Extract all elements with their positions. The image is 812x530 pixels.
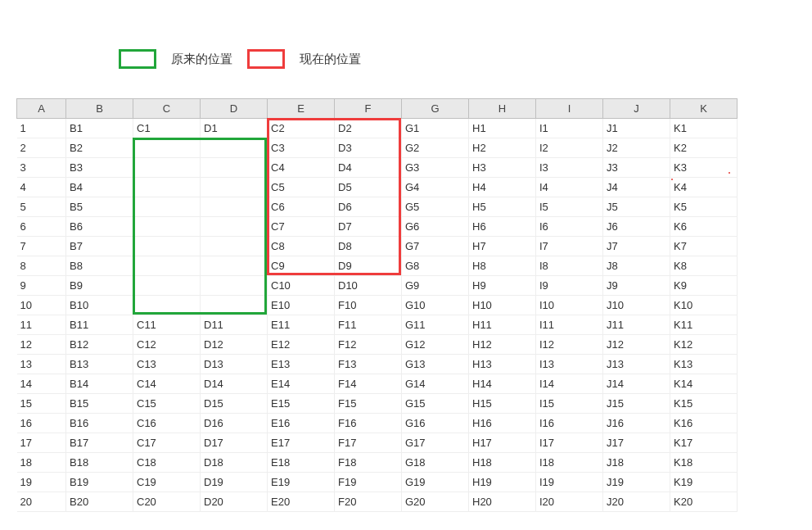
cell[interactable]: D19	[201, 473, 268, 492]
cell[interactable]: K15	[670, 394, 738, 414]
cell[interactable]: H20	[469, 492, 536, 512]
cell[interactable]: J11	[603, 315, 670, 335]
cell[interactable]: K11	[670, 315, 738, 335]
cell[interactable]: K19	[670, 473, 738, 492]
cell[interactable]: D10	[335, 276, 402, 296]
cell[interactable]: C4	[268, 158, 335, 178]
cell[interactable]: B19	[66, 473, 133, 492]
cell[interactable]: I17	[536, 433, 603, 453]
cell[interactable]: E18	[268, 453, 335, 473]
cell[interactable]: K20	[670, 492, 738, 512]
column-header-I[interactable]: I	[536, 99, 603, 119]
column-header-B[interactable]: B	[66, 99, 133, 119]
cell[interactable]: H14	[469, 374, 536, 394]
cell[interactable]: C8	[268, 237, 335, 256]
cell[interactable]: C13	[133, 355, 201, 374]
cell[interactable]: 7	[17, 237, 66, 256]
column-header-C[interactable]: C	[133, 99, 201, 119]
cell[interactable]: D9	[335, 256, 402, 276]
cell[interactable]: C5	[268, 178, 335, 197]
cell[interactable]: B7	[66, 237, 133, 256]
cell[interactable]: F14	[335, 374, 402, 394]
cell[interactable]: 15	[17, 394, 66, 414]
cell[interactable]: E13	[268, 355, 335, 374]
cell[interactable]: D8	[335, 237, 402, 256]
cell[interactable]: I10	[536, 296, 603, 315]
cell[interactable]: J20	[603, 492, 670, 512]
cell[interactable]: K3	[670, 158, 738, 178]
cell[interactable]: D3	[335, 138, 402, 158]
cell[interactable]: C20	[133, 492, 201, 512]
cell[interactable]: B5	[66, 197, 133, 217]
column-header-F[interactable]: F	[335, 99, 402, 119]
cell[interactable]: B3	[66, 158, 133, 178]
cell[interactable]: H8	[469, 256, 536, 276]
cell[interactable]: 20	[17, 492, 66, 512]
cell[interactable]: 13	[17, 355, 66, 374]
cell[interactable]: K1	[670, 119, 738, 138]
cell[interactable]: D12	[201, 335, 268, 355]
cell[interactable]: 16	[17, 414, 66, 433]
cell[interactable]: F16	[335, 414, 402, 433]
cell[interactable]: C14	[133, 374, 201, 394]
cell[interactable]: I9	[536, 276, 603, 296]
cell[interactable]: C10	[268, 276, 335, 296]
cell[interactable]: H4	[469, 178, 536, 197]
cell[interactable]: F15	[335, 394, 402, 414]
cell[interactable]: G19	[402, 473, 469, 492]
cell[interactable]: H19	[469, 473, 536, 492]
cell[interactable]	[133, 178, 201, 197]
cell[interactable]	[201, 217, 268, 237]
cell[interactable]: K16	[670, 414, 738, 433]
cell[interactable]: I19	[536, 473, 603, 492]
cell[interactable]: E19	[268, 473, 335, 492]
cell[interactable]: B13	[66, 355, 133, 374]
cell[interactable]: F13	[335, 355, 402, 374]
cell[interactable]	[133, 158, 201, 178]
cell[interactable]: I13	[536, 355, 603, 374]
cell[interactable]: C16	[133, 414, 201, 433]
cell[interactable]: D1	[201, 119, 268, 138]
column-header-A[interactable]: A	[17, 99, 66, 119]
cell[interactable]: D7	[335, 217, 402, 237]
cell[interactable]: J12	[603, 335, 670, 355]
column-header-H[interactable]: H	[469, 99, 536, 119]
cell[interactable]: K7	[670, 237, 738, 256]
cell[interactable]: D6	[335, 197, 402, 217]
cell[interactable]: 8	[17, 256, 66, 276]
cell[interactable]: H11	[469, 315, 536, 335]
cell[interactable]: I14	[536, 374, 603, 394]
cell[interactable]: C19	[133, 473, 201, 492]
cell[interactable]: B15	[66, 394, 133, 414]
cell[interactable]: E16	[268, 414, 335, 433]
cell[interactable]: J17	[603, 433, 670, 453]
cell[interactable]: J8	[603, 256, 670, 276]
cell[interactable]: C6	[268, 197, 335, 217]
cell[interactable]: H15	[469, 394, 536, 414]
cell[interactable]: J4	[603, 178, 670, 197]
cell[interactable]: D5	[335, 178, 402, 197]
cell[interactable]: H10	[469, 296, 536, 315]
column-header-K[interactable]: K	[670, 99, 738, 119]
cell[interactable]: I20	[536, 492, 603, 512]
cell[interactable]	[133, 197, 201, 217]
cell[interactable]: I15	[536, 394, 603, 414]
cell[interactable]: H5	[469, 197, 536, 217]
cell[interactable]: 2	[17, 138, 66, 158]
cell[interactable]: E20	[268, 492, 335, 512]
cell[interactable]: G6	[402, 217, 469, 237]
cell[interactable]: F20	[335, 492, 402, 512]
cell[interactable]: K14	[670, 374, 738, 394]
cell[interactable]: G5	[402, 197, 469, 217]
cell[interactable]: G11	[402, 315, 469, 335]
cell[interactable]	[201, 237, 268, 256]
cell[interactable]: C18	[133, 453, 201, 473]
cell[interactable]: 3	[17, 158, 66, 178]
cell[interactable]: G8	[402, 256, 469, 276]
cell[interactable]: I3	[536, 158, 603, 178]
cell[interactable]: G20	[402, 492, 469, 512]
cell[interactable]: E10	[268, 296, 335, 315]
cell[interactable]: G1	[402, 119, 469, 138]
cell[interactable]: J13	[603, 355, 670, 374]
cell[interactable]: E14	[268, 374, 335, 394]
